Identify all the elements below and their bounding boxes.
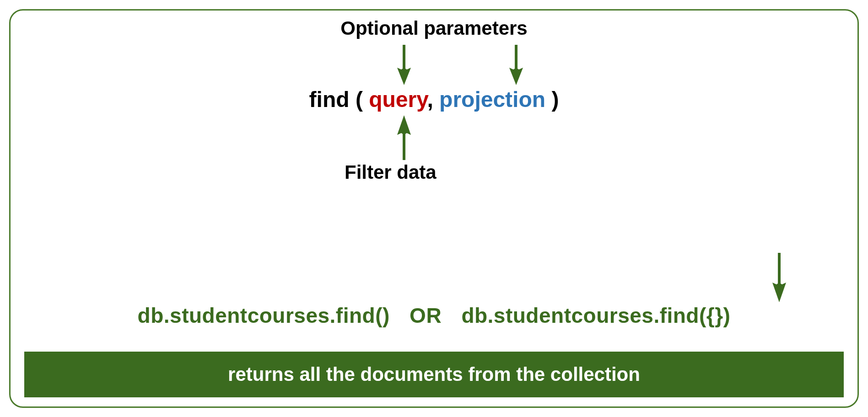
- arrow-down-to-query-icon: [395, 45, 413, 86]
- svg-marker-3: [509, 68, 523, 85]
- arrow-up-to-query-icon: [395, 114, 413, 160]
- code-find-empty: db.studentcourses.find(): [138, 304, 390, 327]
- open-paren: (: [350, 87, 369, 112]
- svg-marker-7: [772, 283, 786, 302]
- code-example-line: db.studentcourses.find() OR db.studentco…: [138, 303, 731, 328]
- query-param: query: [369, 87, 427, 112]
- result-description-bar: returns all the documents from the colle…: [24, 352, 844, 397]
- svg-marker-5: [397, 115, 411, 135]
- optional-parameters-label: Optional parameters: [340, 17, 527, 39]
- find-syntax-line: find ( query, projection ): [309, 87, 559, 112]
- arrow-down-to-projection-icon: [507, 45, 525, 86]
- comma: ,: [427, 87, 439, 112]
- arrow-down-to-braces-icon: [770, 253, 788, 303]
- projection-param: projection: [439, 87, 545, 112]
- code-find-braces: db.studentcourses.find({}): [461, 304, 730, 327]
- close-paren: ): [545, 87, 559, 112]
- find-function-name: find: [309, 87, 350, 112]
- diagram-frame: Optional parameters find ( query, projec…: [9, 9, 859, 408]
- filter-data-label: Filter data: [345, 161, 437, 183]
- or-separator: OR: [410, 304, 442, 327]
- svg-marker-1: [397, 68, 411, 85]
- result-text: returns all the documents from the colle…: [228, 364, 640, 385]
